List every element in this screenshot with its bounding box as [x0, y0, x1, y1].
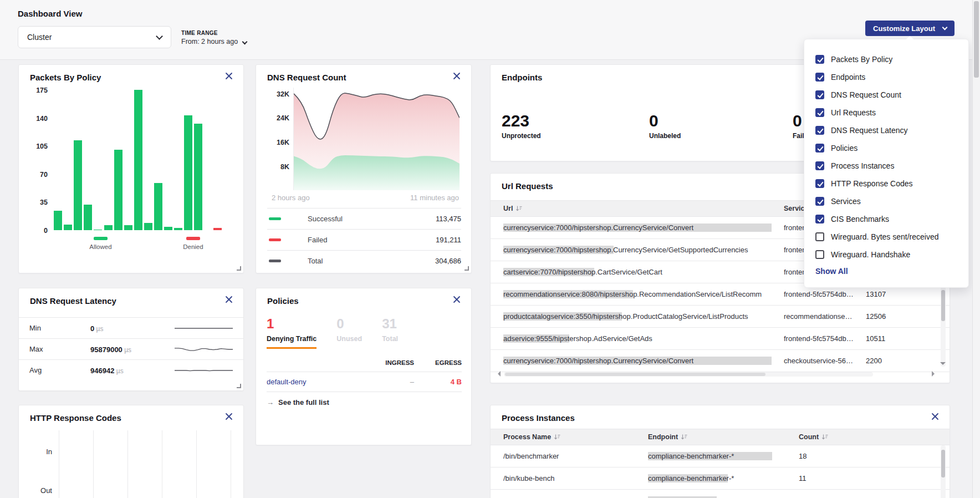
dns-request-latency-card: DNS Request Latency Min0 µsMax95879000 µ…: [18, 288, 244, 391]
x-label-start: 2 hours ago: [272, 194, 310, 202]
legend-label: Denied: [183, 243, 203, 250]
allowed-bar: [54, 211, 62, 230]
stat-value: 223: [502, 113, 541, 129]
card-title: DNS Request Latency: [30, 296, 116, 306]
resize-handle-icon[interactable]: [465, 266, 469, 271]
customize-menu-item[interactable]: DNS Request Latency: [804, 121, 968, 139]
latency-number: 95879000: [90, 345, 122, 354]
customize-menu-item[interactable]: HTTP Response Codes: [804, 175, 968, 192]
checkbox-checked-icon[interactable]: [815, 179, 824, 188]
page-scrollbar[interactable]: [972, 0, 980, 498]
y-axis-tick: 175: [36, 87, 48, 94]
allowed-bar: [184, 115, 192, 230]
customize-menu-item[interactable]: DNS Request Count: [804, 86, 968, 104]
show-all-link[interactable]: Show All: [815, 267, 957, 276]
resize-handle-icon[interactable]: [237, 266, 241, 271]
column-header-url[interactable]: Url: [503, 205, 784, 212]
resize-handle-icon[interactable]: [237, 384, 241, 388]
scrollbar-thumb[interactable]: [505, 373, 765, 376]
checkbox-checked-icon[interactable]: [815, 55, 824, 64]
scrollbar-thumb[interactable]: [974, 1, 979, 78]
sort-icon: [681, 434, 687, 440]
url-table-row[interactable]: adservice:9555/hipstershop.AdService/Get…: [491, 328, 950, 350]
url-text: productcatalogservice:3550/hipstershop.P…: [503, 312, 748, 321]
url-cell: currencyservice:7000/hipstershop.Currenc…: [503, 357, 784, 365]
close-icon[interactable]: [931, 412, 940, 421]
checkbox-checked-icon[interactable]: [815, 144, 824, 153]
checkbox-checked-icon[interactable]: [815, 126, 824, 135]
allowed-bar: [104, 225, 113, 230]
y-axis-tick: 140: [36, 115, 48, 123]
legend-label: Total: [308, 257, 323, 265]
view-selector[interactable]: Cluster: [18, 26, 171, 48]
url-text: recommendationservice:8080/hipstershop.R…: [503, 290, 762, 298]
customize-menu-item[interactable]: Wireguard. Bytes sent/received: [804, 228, 968, 246]
customize-layout-button[interactable]: Customize Layout: [865, 21, 955, 36]
legend-value: 191,211: [436, 236, 461, 244]
menu-item-label: DNS Request Latency: [831, 126, 908, 135]
menu-item-label: Policies: [831, 144, 858, 153]
process-table-row[interactable]: /bin/kube-benchcompliance-benchmarker-*1…: [491, 467, 950, 490]
column-header-count[interactable]: Count: [799, 433, 950, 441]
process-table-row[interactable]: benchmarkercompliance-benchmarker-*9: [491, 490, 950, 498]
time-range-from[interactable]: From: 2 hours ago: [181, 38, 247, 45]
customize-menu-item[interactable]: Services: [804, 192, 968, 210]
y-axis-tick: 0: [44, 227, 48, 235]
process-table-vertical-scrollbar[interactable]: [941, 445, 946, 498]
y-axis-tick: 105: [36, 143, 48, 150]
scrollbar-thumb[interactable]: [941, 290, 945, 321]
checkbox-unchecked-icon[interactable]: [815, 232, 824, 241]
policy-name-link[interactable]: default-deny: [267, 378, 361, 386]
allowed-bar: [84, 205, 92, 230]
scroll-right-icon[interactable]: [932, 371, 937, 377]
row-label-out: Out: [30, 486, 52, 495]
checkbox-unchecked-icon[interactable]: [815, 250, 824, 259]
checkbox-checked-icon[interactable]: [815, 161, 824, 170]
checkbox-checked-icon[interactable]: [815, 108, 824, 117]
policies-tab[interactable]: 0Unused: [336, 317, 362, 349]
latency-metric-label: Max: [29, 345, 90, 353]
menu-item-label: Url Requests: [831, 108, 876, 117]
see-full-list-link[interactable]: → See the full list: [267, 398, 329, 406]
policies-tab[interactable]: 31Total: [382, 317, 398, 349]
checkbox-checked-icon[interactable]: [815, 73, 824, 82]
column-header-process-name[interactable]: Process Name: [503, 433, 648, 441]
url-text: currencyservice:7000/hipstershop.Currenc…: [503, 246, 748, 254]
customize-menu-item[interactable]: Endpoints: [804, 68, 968, 86]
customize-menu-item[interactable]: Policies: [804, 139, 968, 157]
close-icon[interactable]: [452, 72, 461, 80]
process-name-cell: /bin/benchmarker: [503, 452, 648, 460]
allowed-bar: [164, 227, 172, 230]
scroll-down-icon[interactable]: [940, 362, 946, 368]
menu-item-label: HTTP Response Codes: [831, 179, 913, 188]
url-table-row[interactable]: currencyservice:7000/hipstershop.Currenc…: [491, 350, 950, 372]
customize-menu-item[interactable]: Wireguard. Handshake: [804, 246, 968, 263]
close-icon[interactable]: [224, 412, 233, 421]
close-icon[interactable]: [224, 295, 233, 304]
legend-swatch: [269, 238, 281, 241]
process-table-row[interactable]: /bin/benchmarkercompliance-benchmarker-*…: [491, 445, 950, 467]
url-table-horizontal-scrollbar[interactable]: [504, 372, 873, 377]
url-table-row[interactable]: productcatalogservice:3550/hipstershop.P…: [491, 306, 950, 328]
checkbox-checked-icon[interactable]: [815, 90, 824, 99]
endpoint-text: compliance-benchmarker-*: [648, 474, 734, 482]
allowed-bar: [124, 225, 132, 230]
scroll-left-icon[interactable]: [495, 371, 501, 377]
scrollbar-thumb[interactable]: [941, 450, 945, 477]
y-axis-tick: 24K: [277, 114, 289, 122]
close-icon[interactable]: [224, 72, 233, 80]
column-header-endpoint[interactable]: Endpoint: [648, 433, 799, 441]
tab-count: 31: [382, 317, 398, 331]
policies-tab[interactable]: 1Denying Traffic: [267, 317, 317, 349]
count-cell: 11: [799, 474, 950, 482]
customize-menu-item[interactable]: Url Requests: [804, 104, 968, 121]
checkbox-checked-icon[interactable]: [815, 197, 824, 206]
customize-menu-item[interactable]: Process Instances: [804, 157, 968, 175]
allowed-bar: [114, 150, 122, 230]
customize-menu-item[interactable]: Packets By Policy: [804, 50, 968, 68]
close-icon[interactable]: [452, 295, 461, 304]
customize-menu-item[interactable]: CIS Benchmarks: [804, 210, 968, 228]
checkbox-checked-icon[interactable]: [815, 215, 824, 223]
legend-swatch: [94, 237, 108, 240]
packets-bar-plot: [54, 90, 239, 230]
